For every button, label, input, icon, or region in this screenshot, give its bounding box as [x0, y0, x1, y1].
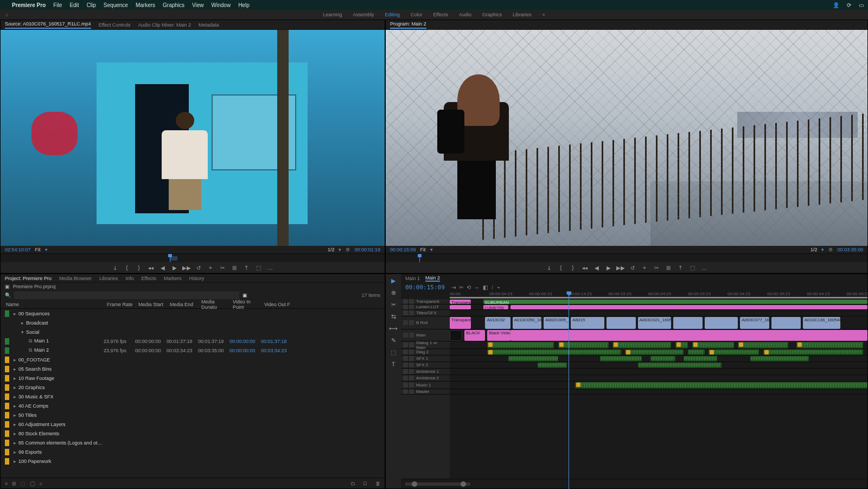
clip[interactable]: A003C021_160508.mp4 — [638, 317, 672, 329]
transport-btn-3[interactable]: ◂◂ — [582, 264, 588, 271]
track-header-V5[interactable]: Transparent — [401, 299, 450, 304]
transport-btn-0[interactable]: ⤓ — [112, 264, 118, 271]
program-fit[interactable]: Fit — [420, 247, 426, 252]
timeline-tab-main2[interactable]: Main 2 — [425, 275, 440, 282]
menu-window[interactable]: Window — [212, 2, 231, 8]
bin-icon[interactable]: ▾ — [21, 329, 24, 335]
program-viewer[interactable] — [386, 30, 867, 246]
track-toggle[interactable] — [403, 383, 408, 388]
tl-tool-4[interactable]: ⟷ — [389, 324, 398, 333]
track-toggle[interactable] — [403, 363, 408, 367]
clip[interactable] — [625, 350, 684, 355]
clip[interactable] — [607, 317, 636, 329]
track-header-V2[interactable]: B Roll — [401, 316, 450, 329]
col-mediastart[interactable]: Media Start — [137, 302, 169, 307]
tl-header-icon-2[interactable]: ⟲ — [467, 284, 471, 290]
transport-btn-7[interactable]: ↺ — [629, 264, 636, 271]
transport-btn-9[interactable]: ✂ — [653, 264, 660, 271]
clip[interactable]: Black Video — [487, 330, 510, 341]
timeline-content[interactable]: TransparentSUBURBANLUMETRITransparentA01… — [450, 299, 867, 479]
source-tab-audiomixer[interactable]: Audio Clip Mixer: Main 2 — [138, 22, 192, 28]
source-viewer[interactable] — [1, 30, 385, 246]
clip[interactable] — [508, 356, 558, 361]
project-view-btn-0[interactable]: ≡ — [5, 481, 8, 486]
clip[interactable] — [558, 342, 608, 348]
bin-icon[interactable]: ▸ — [14, 311, 16, 316]
clip[interactable]: LUMETRI — [483, 305, 508, 309]
clip[interactable] — [650, 356, 675, 361]
source-tc-left[interactable]: 02:54:10:07 — [5, 247, 31, 252]
clip[interactable] — [450, 330, 462, 341]
project-row[interactable]: ▸85 Common elements (Logos and other ele… — [1, 438, 385, 447]
clip[interactable] — [600, 356, 642, 361]
col-mediaduration[interactable]: Media Duratio — [200, 299, 232, 310]
track-toggle[interactable] — [409, 299, 414, 304]
project-row[interactable]: ▸30 Music & SFX — [1, 392, 385, 401]
project-view-btn-1[interactable]: ⊞ — [12, 481, 16, 486]
track-header-A3[interactable]: SFX 1 — [401, 355, 450, 362]
col-mediaend[interactable]: Media End — [169, 302, 200, 307]
clip[interactable] — [510, 305, 867, 309]
track-lane-A5[interactable] — [450, 369, 867, 375]
transport-btn-2[interactable]: } — [570, 264, 576, 271]
source-tab-clip[interactable]: Source: A010C076_160517_R1LC.mp4 — [5, 21, 91, 29]
ws-color[interactable]: Color — [411, 12, 423, 17]
transport-btn-6[interactable]: ▶▶ — [617, 264, 624, 271]
project-search-input[interactable] — [14, 291, 239, 299]
project-tab-mediabrowser[interactable]: Media Browser — [59, 276, 92, 281]
transport-btn-4[interactable]: ◀ — [159, 264, 166, 271]
source-zoom-dropdown-icon[interactable]: ▾ — [339, 247, 341, 252]
clip[interactable] — [510, 330, 867, 341]
clip[interactable] — [450, 305, 471, 309]
menu-help[interactable]: Help — [238, 2, 250, 8]
ws-audio[interactable]: Audio — [459, 12, 471, 17]
sequence-icon[interactable]: ⧉ — [29, 338, 32, 344]
clip[interactable] — [771, 317, 801, 329]
project-tab-markers[interactable]: Markers — [164, 276, 182, 281]
project-tab-project[interactable]: Project: Premiere Pro — [5, 276, 52, 281]
clip[interactable] — [796, 342, 863, 348]
home-icon[interactable]: ⌂ — [5, 12, 8, 17]
menu-view[interactable]: View — [192, 2, 204, 8]
bin-icon[interactable]: ▸ — [14, 422, 16, 427]
clip[interactable]: A010C02 — [485, 317, 510, 329]
timeline-ruler[interactable]: 00:0000:00:04:2300:00:08:2300:00:14:2300… — [450, 291, 867, 299]
timeline-timecode[interactable]: 00:00:15:09 — [405, 284, 445, 291]
track-toggle[interactable] — [403, 342, 408, 347]
track-toggle[interactable] — [403, 389, 408, 394]
bin-icon[interactable]: ▸ — [14, 412, 16, 418]
project-view-btn-4[interactable]: ⎌ — [40, 481, 42, 486]
project-row[interactable]: ▸100 Paperwork — [1, 456, 385, 466]
project-view-btn-2[interactable]: ⬚ — [21, 481, 25, 486]
tl-header-icon-1[interactable]: ✂ — [459, 284, 463, 290]
tl-header-icon-5[interactable]: ⫶ — [491, 284, 494, 290]
clip[interactable] — [538, 363, 567, 368]
program-zoom-dropdown-icon[interactable]: ▾ — [821, 247, 824, 252]
clip[interactable] — [575, 382, 867, 389]
source-fit[interactable]: Fit — [35, 247, 41, 252]
transport-btn-3[interactable]: ◂◂ — [148, 264, 154, 271]
filter-bin-icon[interactable]: ▣ — [242, 293, 247, 298]
project-action-btn-0[interactable]: 🗀 — [350, 481, 355, 486]
col-videoout[interactable]: Video Out F — [263, 302, 295, 307]
project-action-btn-1[interactable]: 🗋 — [363, 481, 368, 486]
transport-btn-8[interactable]: + — [207, 264, 214, 271]
tl-tool-5[interactable]: ✎ — [389, 336, 398, 345]
clip[interactable] — [487, 350, 621, 355]
bin-icon[interactable]: ▸ — [14, 366, 16, 372]
window-controls[interactable]: ▭ — [859, 2, 864, 8]
transport-btn-8[interactable]: + — [641, 264, 648, 271]
project-tab-history[interactable]: History — [189, 276, 204, 281]
project-row[interactable]: ▸00 Sequences — [1, 309, 385, 318]
track-toggle[interactable] — [409, 350, 414, 354]
track-toggle[interactable] — [403, 299, 408, 304]
project-row[interactable]: ▸20 Graphics — [1, 383, 385, 392]
clip[interactable]: A002C005_160510_R0JP.mp4 — [544, 317, 569, 329]
track-header-A2[interactable]: Diag 2 — [401, 349, 450, 355]
clip[interactable] — [763, 350, 864, 355]
project-row[interactable]: ⧉Main 123.976 fps00:00:00:0000:01:37:180… — [1, 336, 385, 346]
col-videoin[interactable]: Video In Point — [232, 299, 263, 310]
tl-tool-3[interactable]: ⇆ — [389, 312, 398, 321]
bin-icon[interactable]: ▸ — [14, 449, 16, 455]
menu-edit[interactable]: Edit — [69, 2, 79, 8]
